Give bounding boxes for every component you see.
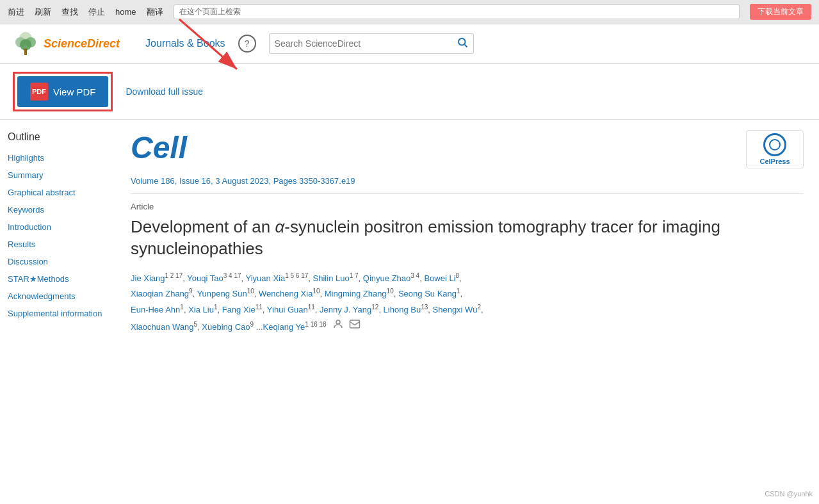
author-lihong-bu[interactable]: Lihong Bu [384,305,421,314]
nav-find[interactable]: 查找 [61,6,78,18]
author-shengxi-wu[interactable]: Shengxi Wu [433,305,478,314]
journals-books-nav[interactable]: Journals & Books [145,38,225,49]
sup-bowei-li: 8 [456,272,460,279]
browser-toolbar: 前进 刷新 查找 停止 home 翻译 在这个页面上检索 下载当前文章 [0,0,819,24]
nav-translate[interactable]: 翻译 [147,6,163,18]
author-mingming-zhang[interactable]: Mingming Zhang [325,289,387,299]
author-yunpeng-sun[interactable]: Yunpeng Sun [197,289,247,299]
svg-rect-10 [350,320,360,328]
author-keqiang-ye[interactable]: Keqiang Ye [263,322,305,332]
sidebar-item-supplemental[interactable]: Supplemental information [0,305,115,322]
cellpress-inner-icon [769,139,781,150]
download-top-button[interactable]: 下载当前文章 [750,4,811,20]
sidebar-item-star-methods[interactable]: STAR★Methods [0,270,115,288]
sidebar-item-results[interactable]: Results [0,236,115,253]
author-shilin-luo[interactable]: Shilin Luo [313,273,350,283]
cellpress-logo: CelPress [746,130,804,168]
article-title: Development of an α-synuclein positron e… [131,216,804,260]
date-pages: , 3 August 2023, Pages 3350-3367.e19 [211,176,355,186]
author-xia-liu[interactable]: Xia Liu [188,305,214,314]
volume-info: Volume 186, Issue 16, 3 August 2023, Pag… [131,176,804,194]
logo-text[interactable]: ScienceDirect [44,37,120,51]
author-qinyue-zhao[interactable]: Qinyue Zhao [363,273,410,283]
watermark: CSDN @yunhk [765,490,813,496]
search-input[interactable] [275,38,457,49]
author-xuebing-cao[interactable]: Xuebing Cao [202,322,250,332]
sup-eun-hee-ahn: 1 [180,304,184,311]
sup-lihong-bu: 13 [421,304,428,311]
cellpress-label: CelPress [759,158,790,165]
view-pdf-highlight-box: PDF View PDF [13,72,113,111]
sidebar-item-introduction[interactable]: Introduction [0,218,115,236]
sup-yihui-guan: 11 [308,304,315,311]
svg-point-9 [336,320,340,324]
authors-list: Jie Xiang1 2 17, Youqi Tao3 4 17, Yiyuan… [131,270,804,336]
sciencedirect-tree-icon [13,31,38,56]
content-area: Cell CelPress Volume 186, Issue 16, 3 Au… [115,120,819,496]
author-jie-xiang[interactable]: Jie Xiang [131,273,165,283]
cellpress-circle-icon [763,133,786,156]
author-email-icon[interactable] [349,318,361,336]
svg-line-6 [464,44,467,47]
sup-yunpeng-sun: 10 [247,288,254,295]
sup-jie-xiang: 1 2 17 [165,272,182,279]
search-box [269,33,474,54]
help-icon[interactable]: ? [238,35,256,53]
site-header: ScienceDirect Journals & Books ? [0,24,819,64]
author-yiyuan-xia[interactable]: Yiyuan Xia [246,273,286,283]
issue-link[interactable]: Issue 16 [179,176,211,186]
sup-keqiang-ye: 1 16 18 [305,320,326,327]
svg-rect-4 [24,49,27,55]
author-jenny-yang[interactable]: Jenny J. Yang [320,305,371,314]
sidebar-item-graphical-abstract[interactable]: Graphical abstract [0,184,115,201]
sup-yiyuan-xia: 1 5 6 17 [285,272,308,279]
volume-link[interactable]: Volume 186 [131,176,175,186]
sup-qinyue-zhao: 3 4 [410,272,419,279]
author-wencheng-xia[interactable]: Wencheng Xia [259,289,312,299]
author-seong-su-kang[interactable]: Seong Su Kang [398,289,457,299]
sidebar-title: Outline [0,127,115,147]
pdf-icon: PDF [30,83,48,101]
author-yihui-guan[interactable]: Yihui Guan [267,305,308,314]
journal-logo-row: Cell CelPress [131,130,804,168]
search-button[interactable] [457,37,468,51]
sidebar: Outline Highlights Summary Graphical abs… [0,120,115,496]
alpha-symbol: α [275,217,284,236]
sidebar-item-highlights[interactable]: Highlights [0,149,115,167]
sup-seong-su-kang: 1 [457,288,460,295]
sup-wencheng-xia: 10 [312,288,320,295]
nav-back[interactable]: 前进 [8,6,24,18]
nav-home[interactable]: home [115,7,136,17]
sidebar-item-acknowledgments[interactable]: Acknowledgments [0,288,115,305]
article-type: Article [131,202,804,211]
nav-refresh[interactable]: 刷新 [35,6,51,18]
download-full-issue-link[interactable]: Download full issue [126,86,203,97]
author-bowei-li[interactable]: Bowei Li [424,273,455,283]
author-profile-icon[interactable] [332,318,344,336]
logo-area: ScienceDirect [13,31,120,56]
action-bar: PDF View PDF Download full issue [0,64,819,120]
author-fang-xie[interactable]: Fang Xie [222,305,255,314]
author-eun-hee-ahn[interactable]: Eun-Hee Ahn [131,305,180,314]
sidebar-item-discussion[interactable]: Discussion [0,253,115,270]
author-youqi-tao[interactable]: Youqi Tao [187,273,223,283]
sup-fang-xie: 11 [255,304,263,311]
sup-jenny-yang: 12 [371,304,378,311]
main-layout: Outline Highlights Summary Graphical abs… [0,120,819,496]
svg-point-5 [458,38,466,45]
sup-shilin-luo: 1 7 [350,272,359,279]
sidebar-item-keywords[interactable]: Keywords [0,201,115,218]
sup-xia-liu: 1 [214,304,218,311]
sup-xiaoqian-zhang: 9 [189,288,193,295]
nav-stop[interactable]: 停止 [88,6,105,18]
sup-youqi-tao: 3 4 17 [223,272,241,279]
sup-xuebing-cao: 9 [250,320,254,327]
cell-journal-logo[interactable]: Cell [131,130,187,165]
author-xiaochuan-wang[interactable]: Xiaochuan Wang [131,322,194,332]
view-pdf-button[interactable]: PDF View PDF [17,76,108,107]
author-icons [332,318,361,336]
sup-shengxi-wu: 2 [477,304,481,311]
sidebar-item-summary[interactable]: Summary [0,167,115,184]
author-xiaoqian-zhang[interactable]: Xiaoqian Zhang [131,289,189,299]
url-bar[interactable]: 在这个页面上检索 [174,4,740,19]
